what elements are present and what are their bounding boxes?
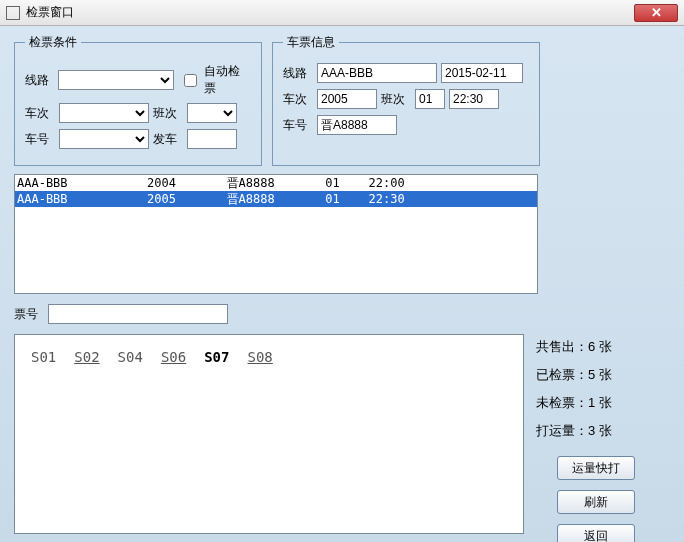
app-icon: [6, 6, 20, 20]
info-bus-input[interactable]: [317, 115, 397, 135]
table-row[interactable]: AAA-BBB 2004 晋A8888 01 22:00: [15, 175, 537, 191]
side-panel: 共售出：6 张 已检票：5 张 未检票：1 张 打运量：3 张 运量快打 刷新 …: [536, 334, 656, 542]
route-select[interactable]: [58, 70, 174, 90]
stat-carry: 打运量：3 张: [536, 422, 656, 440]
auto-label: 自动检票: [204, 63, 251, 97]
window-title: 检票窗口: [26, 4, 634, 21]
titlebar: 检票窗口 ✕: [0, 0, 684, 26]
info-route-input[interactable]: [317, 63, 437, 83]
shift-label: 班次: [153, 105, 183, 122]
seat-item[interactable]: S01: [31, 349, 56, 365]
info-trip-input[interactable]: [317, 89, 377, 109]
auto-checkbox[interactable]: [184, 74, 197, 87]
ticketno-input[interactable]: [48, 304, 228, 324]
bus-select[interactable]: [59, 129, 149, 149]
info-shift-input[interactable]: [415, 89, 445, 109]
info-shift-label: 班次: [381, 91, 411, 108]
info-trip-label: 车次: [283, 91, 313, 108]
stat-checked: 已检票：5 张: [536, 366, 656, 384]
bus-label: 车号: [25, 131, 55, 148]
seat-item[interactable]: S04: [118, 349, 143, 365]
trip-label: 车次: [25, 105, 55, 122]
seat-item[interactable]: S02: [74, 349, 99, 365]
info-route-label: 线路: [283, 65, 313, 82]
depart-input[interactable]: [187, 129, 237, 149]
seat-item[interactable]: S06: [161, 349, 186, 365]
info-date-input[interactable]: [441, 63, 523, 83]
ticketno-label: 票号: [14, 306, 44, 323]
trip-listbox[interactable]: AAA-BBB 2004 晋A8888 01 22:00AAA-BBB 2005…: [14, 174, 538, 294]
conditions-group: 检票条件 线路 自动检票 车次 班次 车号 发车: [14, 34, 262, 166]
info-time-input[interactable]: [449, 89, 499, 109]
table-row[interactable]: AAA-BBB 2005 晋A8888 01 22:30: [15, 191, 537, 207]
stat-unchecked: 未检票：1 张: [536, 394, 656, 412]
quick-print-button[interactable]: 运量快打: [557, 456, 635, 480]
info-legend: 车票信息: [283, 34, 339, 51]
depart-label: 发车: [153, 131, 183, 148]
seat-item[interactable]: S07: [204, 349, 229, 365]
back-button[interactable]: 返回: [557, 524, 635, 542]
refresh-button[interactable]: 刷新: [557, 490, 635, 514]
stat-sold: 共售出：6 张: [536, 338, 656, 356]
conditions-legend: 检票条件: [25, 34, 81, 51]
route-label: 线路: [25, 72, 54, 89]
shift-select[interactable]: [187, 103, 237, 123]
close-button[interactable]: ✕: [634, 4, 678, 22]
seat-item[interactable]: S08: [247, 349, 272, 365]
seat-panel: S01S02S04S06S07S08: [14, 334, 524, 534]
info-bus-label: 车号: [283, 117, 313, 134]
ticket-info-group: 车票信息 线路 车次 班次 车号: [272, 34, 540, 166]
trip-select[interactable]: [59, 103, 149, 123]
